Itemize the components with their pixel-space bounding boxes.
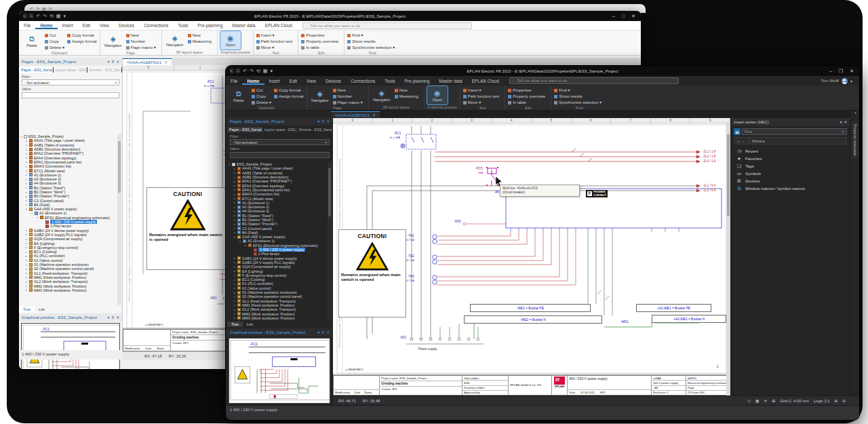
panel-close-icon[interactable]: ✕ <box>326 330 330 334</box>
graphical-preview-thumbnail[interactable]: -FC1 <box>229 338 330 404</box>
value-input[interactable] <box>22 92 119 98</box>
ribbon-big-button[interactable]: ◈ Navigator <box>103 31 123 50</box>
ribbon-tab[interactable]: Master data <box>227 22 260 29</box>
panel-menu-icon[interactable]: ▾ <box>108 315 110 320</box>
ribbon-tab[interactable]: Home <box>242 77 264 85</box>
restore-button[interactable]: ❐ <box>839 69 843 74</box>
property-overview-tab[interactable]: Property overview <box>852 121 859 158</box>
panel-pin-icon[interactable]: ⊼ <box>321 119 324 123</box>
panel-menu-icon[interactable]: ▾ <box>318 330 320 334</box>
ribbon-button[interactable]: Page macro ▾ <box>126 45 156 50</box>
document-tab[interactable]: =GAA+A1&EFS1/1 ✕ <box>331 111 380 118</box>
ribbon-tab[interactable]: View <box>302 77 321 85</box>
ribbon-button[interactable]: Copy <box>252 94 271 99</box>
ribbon-button[interactable]: Assign format <box>67 39 97 44</box>
ribbon-big-button[interactable]: ⧉ Paste <box>229 86 249 105</box>
chevron-down-icon[interactable]: ▾ <box>850 111 860 115</box>
ribbon-button[interactable]: Properties <box>301 33 338 38</box>
ribbon-button[interactable]: Path function text <box>256 39 292 44</box>
minimize-button[interactable]: – <box>829 69 832 74</box>
save-icon[interactable]: ▤ <box>42 6 46 11</box>
dock-tab[interactable]: Layout space - ESS_Sa... <box>54 67 87 73</box>
ribbon-button[interactable]: Path function text <box>463 94 499 99</box>
ribbon-button[interactable]: Insert ▾ <box>463 88 499 93</box>
panel-close-icon[interactable]: ✕ <box>844 120 847 124</box>
refresh-icon[interactable]: ⟲ <box>256 69 260 74</box>
insert-center-item[interactable]: ◷ Recent <box>731 147 850 155</box>
tree-list-tab[interactable]: Tree <box>227 322 243 327</box>
preview-panel-header[interactable]: Graphical preview - ESS_Sample_Project ▾… <box>19 313 122 322</box>
dock-tab[interactable]: Pages - ESS_Sample_P... <box>19 67 54 73</box>
ribbon-button[interactable]: Property overview <box>508 94 545 99</box>
pages-panel-header[interactable]: Pages - ESS_Sample_Project ▾ ⊼ ✕ <box>19 58 122 66</box>
ribbon-button[interactable]: Move ▾ <box>463 100 499 105</box>
tree-scrollbar[interactable] <box>117 134 121 305</box>
snap-icon[interactable]: ◇ <box>748 399 751 403</box>
ribbon-big-button[interactable]: ◈ Navigator <box>310 86 330 105</box>
ribbon-tab[interactable]: Devices <box>114 22 139 29</box>
preview-panel-header[interactable]: Graphical preview - ESS_Sample_Project ▾… <box>227 328 332 336</box>
ribbon-tab[interactable]: EPLAN Cloud <box>467 77 504 85</box>
dock-tab[interactable]: Devices - ESS_Sample_... <box>297 127 332 132</box>
busbar-box[interactable]: +A2-WE2 = Busbar N <box>652 315 726 323</box>
panel-pin-icon[interactable]: ⊼ <box>321 330 324 334</box>
undo-icon[interactable]: ↶ <box>30 6 33 11</box>
insert-center-item[interactable]: ▭ Symbols <box>731 170 850 177</box>
undo-icon[interactable]: ↶ <box>36 14 40 19</box>
close-button[interactable]: ✕ <box>631 14 635 19</box>
ribbon-button[interactable]: Synchronize selection ▾ <box>347 45 395 50</box>
panel-close-icon[interactable]: ✕ <box>116 315 119 320</box>
ribbon-button[interactable]: In table <box>301 45 338 50</box>
ribbon-button[interactable]: Assign format <box>274 94 304 99</box>
ribbon-button[interactable]: Delete ▾ <box>252 100 271 105</box>
ribbon-button[interactable]: Insert ▾ <box>256 33 292 38</box>
panel-close-icon[interactable]: ✕ <box>326 119 330 123</box>
filter-icon[interactable]: ▤ <box>734 128 741 135</box>
tree-list-tab[interactable]: List <box>35 307 49 312</box>
insert-center-item[interactable]: ⊞ Devices <box>731 177 850 185</box>
ribbon-button[interactable]: Delete ▾ <box>45 45 64 50</box>
schematic-canvas[interactable]: Protected by copyright. Passing on as we… <box>333 123 730 396</box>
ribbon-tab[interactable]: Master data <box>434 77 467 85</box>
insert-search-input[interactable]: Find ⚲ <box>742 128 847 135</box>
pages-panel-header[interactable]: Pages - ESS_Sample_Project ▾ ⊼ ✕ <box>227 117 332 126</box>
busbar-box[interactable]: -WE2 = Busbar N <box>464 315 602 324</box>
ribbon-button[interactable]: Move ▾ <box>256 45 292 50</box>
ribbon-button[interactable]: Page macro ▾ <box>333 100 363 105</box>
tree-list-tab[interactable]: List <box>243 322 257 327</box>
tab-close-icon[interactable]: ✕ <box>372 113 376 117</box>
graphical-preview-thumbnail[interactable]: -FC1 <box>21 323 120 369</box>
panel-menu-icon[interactable]: ▾ <box>108 60 110 64</box>
ribbon-button[interactable]: Copy <box>45 39 64 44</box>
ribbon-button[interactable]: In table <box>508 100 545 105</box>
ribbon-button[interactable]: Number <box>333 94 363 99</box>
panel-pin-icon[interactable]: ⊼ <box>111 315 114 320</box>
ribbon-tab[interactable]: EPLAN Cloud <box>260 22 297 29</box>
back-icon[interactable]: ← <box>742 139 746 143</box>
ribbon-button[interactable]: Find ▾ <box>554 88 601 93</box>
ribbon-tab[interactable]: View <box>95 22 114 29</box>
ribbon-big-button[interactable]: ◉ Open <box>220 31 241 50</box>
ribbon-big-button[interactable]: ◉ Open <box>427 86 448 104</box>
ribbon-big-button[interactable]: ◈ Navigator <box>165 31 185 50</box>
grid-icon[interactable]: ▦ <box>263 69 268 74</box>
ribbon-button[interactable]: Show results <box>347 39 395 44</box>
ribbon-button[interactable]: Number <box>126 39 156 44</box>
ribbon-button[interactable]: New <box>188 33 212 38</box>
ribbon-tab[interactable]: Edit <box>78 22 95 29</box>
page-forward-icon[interactable]: ⎘ <box>237 69 241 74</box>
ribbon-button[interactable]: Cut <box>252 88 271 93</box>
ribbon-button[interactable]: Synchronize selection ▾ <box>554 100 601 105</box>
ribbon-tab[interactable]: Connections <box>139 22 173 29</box>
ribbon-button[interactable]: Property overview <box>301 39 338 44</box>
ribbon-button[interactable]: Measuring <box>188 39 212 44</box>
grid-icon[interactable]: ▦ <box>56 14 61 19</box>
page-forward-icon[interactable]: ⎘ <box>30 14 34 19</box>
ribbon-tab[interactable]: Home <box>35 22 57 29</box>
filter-dropdown[interactable]: - Not activated - ▾ <box>22 79 119 85</box>
home-icon[interactable]: ⌂ <box>737 139 739 143</box>
tab-close-icon[interactable]: ✕ <box>164 60 167 64</box>
refresh-icon[interactable]: ⟲ <box>50 14 54 19</box>
insert-center-header[interactable]: Insert center (NEC) ▾ ✕ <box>731 118 850 126</box>
dock-tab[interactable]: Devices - ESS_Sample_... <box>87 67 122 73</box>
